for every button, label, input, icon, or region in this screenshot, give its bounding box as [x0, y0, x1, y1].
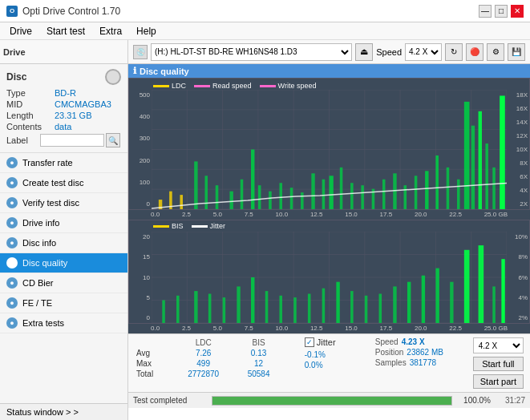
svg-rect-78 — [293, 297, 297, 323]
position-key: Position — [375, 348, 404, 357]
y-axis-right-top: 18X 16X 14X 12X 10X 8X 6X 4X 2X — [507, 90, 529, 209]
disc-icon — [105, 69, 121, 85]
svg-rect-28 — [269, 192, 272, 209]
svg-rect-23 — [216, 185, 219, 209]
refresh-button[interactable]: ↻ — [445, 43, 463, 61]
jitter-checkbox[interactable]: ✓ — [305, 337, 314, 347]
samples-value: 381778 — [410, 358, 436, 367]
drive-bar: Drive — [0, 40, 127, 64]
total-ldc: 2772870 — [172, 369, 235, 379]
max-row: Max 499 12 — [133, 358, 293, 369]
status-text: Test completed — [133, 396, 205, 405]
save-button[interactable]: 💾 — [508, 43, 525, 61]
nav-items: ●Transfer rate●Create test disc●Verify t… — [0, 153, 127, 333]
menu-drive[interactable]: Drive — [3, 24, 38, 38]
svg-rect-86 — [407, 282, 411, 323]
progress-time: 31:27 — [497, 396, 525, 405]
nav-label-cd-bier: CD Bier — [22, 278, 54, 288]
chart-top-svg — [152, 90, 507, 209]
svg-rect-41 — [404, 185, 407, 209]
svg-rect-74 — [237, 286, 240, 323]
sidebar-item-extra-tests[interactable]: ●Extra tests — [0, 313, 127, 333]
x-axis-bottom: 0.0 2.5 5.0 7.5 10.0 12.5 15.0 17.5 20.0… — [128, 324, 530, 333]
svg-rect-47 — [464, 102, 470, 209]
contents-label: Contents — [6, 122, 55, 131]
svg-rect-20 — [180, 195, 183, 209]
svg-rect-82 — [350, 291, 354, 323]
content-area: 💿 (H:) HL-DT-ST BD-RE WH16NS48 1.D3 ⏏ Sp… — [128, 40, 530, 420]
progress-bar-container — [212, 396, 452, 406]
svg-rect-24 — [229, 192, 233, 209]
max-bis: 12 — [235, 358, 283, 369]
avg-row: Avg 7.26 0.13 — [133, 348, 293, 358]
start-full-button[interactable]: Start full — [473, 357, 524, 371]
app-icon: O — [6, 6, 18, 17]
sidebar-item-disc-quality[interactable]: ●Disc quality — [0, 253, 127, 273]
progress-bar-fill — [212, 397, 451, 405]
y-axis-right-bottom: 10% 8% 6% 4% 2% — [507, 232, 529, 323]
action-buttons: 4.2 X Start full Start part — [467, 334, 530, 392]
svg-rect-93 — [501, 259, 504, 323]
drive-toolbar: 💿 (H:) HL-DT-ST BD-RE WH16NS48 1.D3 ⏏ Sp… — [128, 40, 530, 64]
stats-table: LDC BIS Avg 7.26 0.13 Max — [128, 334, 298, 392]
window-controls: — □ ✕ — [479, 5, 524, 18]
svg-rect-34 — [330, 176, 334, 209]
svg-rect-22 — [204, 176, 208, 209]
sidebar-item-create-test-disc[interactable]: ●Create test disc — [0, 173, 127, 193]
nav-icon-create-test-disc: ● — [6, 177, 18, 188]
svg-rect-90 — [464, 250, 470, 323]
sidebar-item-disc-info[interactable]: ●Disc info — [0, 233, 127, 253]
label-input[interactable] — [40, 134, 104, 147]
label-search-button[interactable]: 🔍 — [106, 133, 120, 147]
svg-rect-72 — [208, 294, 212, 323]
nav-label-fe-te: FE / TE — [22, 298, 52, 308]
progress-row: Test completed 100.0% 31:27 — [128, 392, 530, 408]
menu-help[interactable]: Help — [130, 24, 163, 38]
menubar: Drive Start test Extra Help — [0, 22, 530, 40]
settings-button[interactable]: ⚙ — [487, 43, 504, 61]
menu-extra[interactable]: Extra — [93, 24, 128, 38]
drive-select[interactable]: (H:) HL-DT-ST BD-RE WH16NS48 1.D3 — [151, 43, 352, 61]
total-bis: 50584 — [235, 369, 283, 379]
svg-rect-31 — [301, 192, 304, 209]
drive-icon-toolbar: 💿 — [133, 45, 148, 59]
legend-bottom: BIS Jitter — [153, 222, 225, 230]
menu-start-test[interactable]: Start test — [40, 24, 91, 38]
burn-button[interactable]: 🔴 — [466, 43, 483, 61]
sidebar-item-fe-te[interactable]: ●FE / TE — [0, 293, 127, 313]
speed-select-toolbar[interactable]: 4.2 X — [405, 43, 442, 61]
app-title: Opti Drive Control 1.70 — [22, 6, 120, 17]
svg-rect-84 — [379, 294, 382, 323]
sidebar-item-verify-test-disc[interactable]: ●Verify test disc — [0, 193, 127, 213]
minimize-button[interactable]: — — [479, 5, 492, 18]
disc-quality-header: ℹ Disc quality — [128, 64, 530, 78]
svg-rect-73 — [223, 297, 226, 323]
main-layout: Drive Disc Type BD-R MID CMCMAGBA3 Lengt… — [0, 40, 530, 420]
svg-rect-79 — [308, 294, 311, 323]
samples-key: Samples — [375, 358, 407, 367]
svg-rect-51 — [492, 168, 496, 209]
svg-rect-75 — [251, 277, 254, 323]
legend-ldc: LDC — [153, 82, 186, 90]
start-part-button[interactable]: Start part — [473, 374, 524, 389]
status-window-button[interactable]: Status window > > — [0, 403, 127, 420]
mid-value: CMCMAGBA3 — [55, 99, 111, 109]
chart-bottom-svg — [152, 232, 507, 323]
max-label: Max — [133, 358, 172, 369]
status-window-label: Status window > > — [6, 407, 79, 417]
nav-label-disc-info: Disc info — [22, 238, 56, 248]
eject-button[interactable]: ⏏ — [355, 43, 373, 61]
svg-rect-32 — [311, 173, 314, 209]
svg-rect-88 — [435, 269, 439, 323]
maximize-button[interactable]: □ — [495, 5, 508, 18]
close-button[interactable]: ✕ — [511, 5, 524, 18]
speed-value-display: 4.23 X — [402, 337, 425, 346]
sidebar-item-drive-info[interactable]: ●Drive info — [0, 213, 127, 233]
speed-dropdown[interactable]: 4.2 X — [473, 337, 524, 353]
sidebar-item-transfer-rate[interactable]: ●Transfer rate — [0, 153, 127, 173]
titlebar: O Opti Drive Control 1.70 — □ ✕ — [0, 0, 530, 22]
disc-panel: Disc Type BD-R MID CMCMAGBA3 Length 23.3… — [0, 64, 127, 153]
sidebar: Drive Disc Type BD-R MID CMCMAGBA3 Lengt… — [0, 40, 128, 420]
sidebar-item-cd-bier[interactable]: ●CD Bier — [0, 273, 127, 293]
nav-icon-cd-bier: ● — [6, 277, 18, 289]
